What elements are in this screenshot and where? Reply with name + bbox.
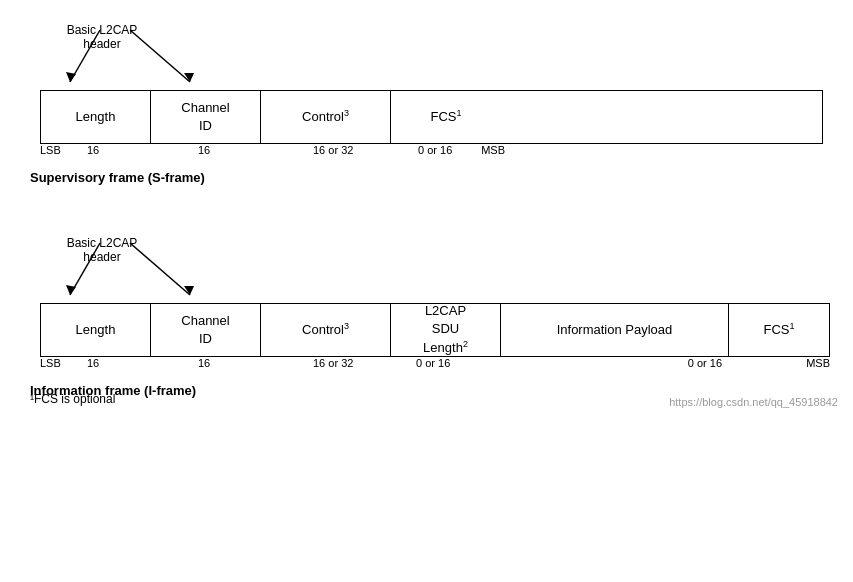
sframe-control-sup: 3 [344,108,349,118]
iframe-msb: MSB [806,357,830,369]
iframe-cell-payload: Information Payload [501,304,729,356]
sframe-fcs-sup: 1 [456,108,461,118]
iframe-row: Length ChannelID Control3 L2CAPSDULength… [40,303,830,357]
sframe-lsb: LSB [40,144,61,156]
watermark: https://blog.csdn.net/qq_45918842 [669,396,838,408]
sframe-bits-channel: 16 [198,144,210,156]
footnote-1: ¹FCS is optional [30,392,115,406]
iframe-payload-label: Information Payload [557,321,673,339]
iframe-section: Basic L2CAP header Length ChannelID Cont… [30,233,823,398]
sframe-arrows-svg: Basic L2CAP header [40,20,340,90]
iframe-arrows-svg: Basic L2CAP header [40,233,340,303]
sframe-row: Length ChannelID Control3 FCS1 [40,90,823,144]
iframe-l2cap-label: L2CAPSDULength2 [423,302,468,358]
sframe-cell-channel: ChannelID [151,91,261,143]
iframe-channel-label: ChannelID [181,312,229,348]
sframe-title: Supervisory frame (S-frame) [30,170,823,185]
sframe-section: Basic L2CAP header Length ChannelID Cont… [30,20,823,185]
iframe-cell-fcs: FCS1 [729,304,829,356]
iframe-bits-l2cap: 0 or 16 [416,357,450,369]
sframe-cell-fcs: FCS1 [391,91,501,143]
iframe-cell-l2cap: L2CAPSDULength2 [391,304,501,356]
sframe-msb: MSB [481,144,505,156]
sframe-bits-fcs: 0 or 16 [418,144,452,156]
svg-line-2 [130,30,190,82]
iframe-cell-length: Length [41,304,151,356]
iframe-bits-channel: 16 [198,357,210,369]
sframe-wrapper: Length ChannelID Control3 FCS1 LSB 16 16… [40,90,823,164]
iframe-control-sup: 3 [344,321,349,331]
iframe-fcs-label: FCS1 [763,320,794,340]
iframe-control-label: Control3 [302,320,349,340]
iframe-bits-control: 16 or 32 [313,357,353,369]
iframe-wrapper: Length ChannelID Control3 L2CAPSDULength… [40,303,823,377]
iframe-cell-channel: ChannelID [151,304,261,356]
footnotes: ¹FCS is optional [30,392,115,406]
iframe-cell-control: Control3 [261,304,391,356]
iframe-length-label: Length [76,321,116,339]
svg-text:header: header [83,37,120,51]
sframe-cell-length: Length [41,91,151,143]
sframe-length-label: Length [76,108,116,126]
iframe-bits-length: 16 [87,357,99,369]
iframe-lsb: LSB [40,357,61,369]
iframe-fcs-sup: 1 [789,321,794,331]
svg-text:Basic L2CAP: Basic L2CAP [67,236,138,250]
sframe-cell-control: Control3 [261,91,391,143]
sframe-channel-label: ChannelID [181,99,229,135]
iframe-l2cap-sup: 2 [463,339,468,349]
iframe-bits-fcs: 0 or 16 [688,357,722,369]
svg-text:Basic L2CAP: Basic L2CAP [67,23,138,37]
sframe-bits-length: 16 [87,144,99,156]
diagram-container: Basic L2CAP header Length ChannelID Cont… [0,0,853,418]
sframe-fcs-label: FCS1 [430,107,461,127]
sframe-control-label: Control3 [302,107,349,127]
svg-text:header: header [83,250,120,264]
svg-line-8 [130,243,190,295]
sframe-bits-control: 16 or 32 [313,144,353,156]
